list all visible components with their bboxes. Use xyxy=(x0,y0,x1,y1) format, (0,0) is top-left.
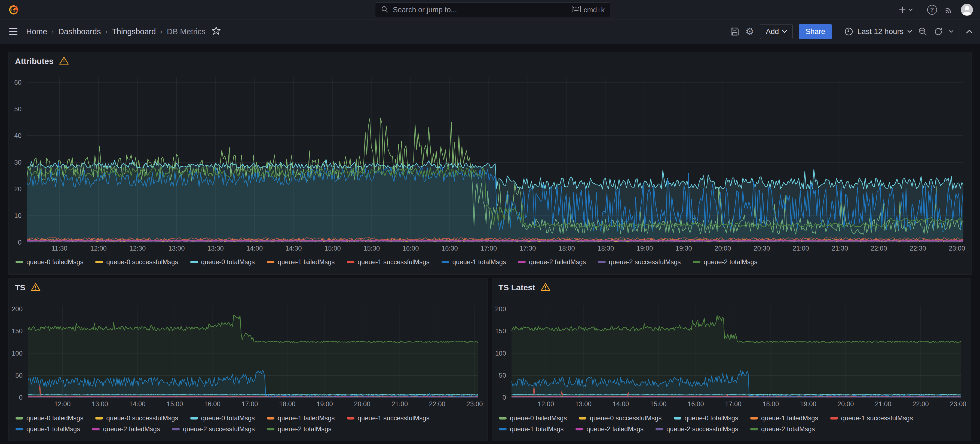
legend-item[interactable]: queue-2 successfulMsgs xyxy=(598,258,681,266)
x-tick-label: 22:00 xyxy=(865,244,892,252)
legend-item[interactable]: queue-2 successfulMsgs xyxy=(172,425,255,433)
y-tick-label: 0 xyxy=(18,239,22,246)
legend-item[interactable]: queue-2 failedMsgs xyxy=(576,425,643,433)
legend-swatch xyxy=(267,428,274,430)
avatar[interactable] xyxy=(961,4,973,16)
legend-swatch xyxy=(655,428,663,430)
warning-icon[interactable] xyxy=(59,56,69,66)
chart-plot[interactable] xyxy=(28,306,478,398)
breadcrumb-separator: › xyxy=(160,27,162,36)
legend-label: queue-0 failedMsgs xyxy=(26,258,83,266)
x-tick-label: 19:00 xyxy=(631,244,659,252)
new-button[interactable] xyxy=(899,6,913,14)
y-tick-label: 150 xyxy=(495,327,506,335)
legend-item[interactable]: queue-2 totalMsgs xyxy=(267,425,331,433)
x-tick-label: 22:30 xyxy=(904,244,932,252)
legend-swatch xyxy=(830,417,838,420)
x-tick-label: 15:00 xyxy=(644,400,672,408)
legend-swatch xyxy=(172,428,180,430)
legend-item[interactable]: queue-1 successfulMsgs xyxy=(830,414,913,422)
legend-item[interactable]: queue-1 successfulMsgs xyxy=(347,414,430,422)
help-icon[interactable]: ? xyxy=(927,5,937,15)
legend-swatch xyxy=(16,261,23,263)
legend-item[interactable]: queue-0 successfulMsgs xyxy=(579,414,662,422)
breadcrumb-thingsboard[interactable]: Thingsboard xyxy=(112,27,156,36)
x-tick-label: 19:00 xyxy=(311,400,338,408)
x-tick-label: 20:00 xyxy=(349,400,376,408)
time-range-picker[interactable]: Last 12 hours xyxy=(844,27,912,36)
legend-item[interactable]: queue-1 successfulMsgs xyxy=(347,258,430,266)
legend-item[interactable]: queue-0 failedMsgs xyxy=(16,258,83,266)
add-button[interactable]: Add xyxy=(760,24,793,39)
y-tick-label: 50 xyxy=(15,372,22,379)
legend-item[interactable]: queue-1 totalMsgs xyxy=(442,258,506,266)
warning-icon[interactable] xyxy=(31,283,41,292)
legend-item[interactable]: queue-0 failedMsgs xyxy=(499,414,567,422)
rss-icon[interactable] xyxy=(944,5,954,15)
chevron-down-icon xyxy=(782,30,787,33)
gear-icon[interactable]: ⚙ xyxy=(745,27,754,36)
legend-swatch xyxy=(750,428,758,430)
y-tick-label: 100 xyxy=(495,350,506,357)
legend-item[interactable]: queue-1 totalMsgs xyxy=(16,425,80,433)
collapse-toolbar-button[interactable] xyxy=(966,29,973,34)
refresh-interval-dropdown[interactable] xyxy=(949,30,954,33)
breadcrumb-home[interactable]: Home xyxy=(26,27,47,36)
legend-label: queue-2 totalMsgs xyxy=(761,425,815,433)
x-tick-label: 19:30 xyxy=(670,244,697,252)
legend-label: queue-1 totalMsgs xyxy=(510,425,563,433)
legend-swatch xyxy=(499,428,507,430)
legend-item[interactable]: queue-2 failedMsgs xyxy=(92,425,160,433)
legend-label: queue-1 successfulMsgs xyxy=(358,414,430,422)
legend-label: queue-2 successfulMsgs xyxy=(609,258,681,266)
panel-header[interactable]: TS Latest xyxy=(492,278,971,292)
panel-header[interactable]: Attributes xyxy=(8,52,972,66)
legend-item[interactable]: queue-0 failedMsgs xyxy=(16,414,83,422)
warning-icon[interactable] xyxy=(541,283,550,292)
zoom-out-icon[interactable] xyxy=(918,27,928,36)
legend-swatch xyxy=(750,417,758,420)
time-range-label: Last 12 hours xyxy=(857,27,904,36)
x-tick-label: 13:00 xyxy=(163,244,190,252)
grafana-logo[interactable] xyxy=(8,4,20,16)
legend-item[interactable]: queue-0 totalMsgs xyxy=(190,414,255,422)
legend-item[interactable]: queue-1 failedMsgs xyxy=(267,258,334,266)
breadcrumb-separator: › xyxy=(105,27,108,36)
search-input[interactable]: Search or jump to... cmd+k xyxy=(375,2,610,17)
legend-item[interactable]: queue-0 totalMsgs xyxy=(190,258,255,266)
star-icon[interactable] xyxy=(212,26,221,37)
legend-item[interactable]: queue-0 successfulMsgs xyxy=(95,414,178,422)
refresh-icon[interactable] xyxy=(934,27,943,36)
legend-item[interactable]: queue-1 failedMsgs xyxy=(750,414,818,422)
legend-item[interactable]: queue-2 successfulMsgs xyxy=(655,425,738,433)
legend-item[interactable]: queue-2 totalMsgs xyxy=(750,425,815,433)
share-label: Share xyxy=(805,27,825,36)
legend-item[interactable]: queue-0 totalMsgs xyxy=(674,414,738,422)
menu-icon[interactable] xyxy=(8,26,19,37)
add-label: Add xyxy=(766,27,779,36)
x-tick-label: 12:00 xyxy=(85,244,112,252)
x-tick-label: 14:00 xyxy=(241,244,268,252)
legend-item[interactable]: queue-2 totalMsgs xyxy=(693,258,757,266)
y-axis: 0102030405060 xyxy=(8,77,25,243)
legend-item[interactable]: queue-2 failedMsgs xyxy=(518,258,586,266)
chart-plot[interactable] xyxy=(512,306,961,398)
legend-item[interactable]: queue-0 successfulMsgs xyxy=(95,258,178,266)
legend-swatch xyxy=(674,417,681,420)
divider xyxy=(838,26,838,37)
chart-plot[interactable] xyxy=(27,77,963,243)
save-icon[interactable] xyxy=(730,27,739,36)
x-tick-label: 13:00 xyxy=(570,400,597,408)
panel-header[interactable]: TS xyxy=(8,278,488,292)
breadcrumb-dashboards[interactable]: Dashboards xyxy=(58,27,101,36)
y-tick-label: 0 xyxy=(19,394,22,401)
gear-glyph: ⚙ xyxy=(745,27,754,36)
y-tick-label: 50 xyxy=(499,372,506,379)
legend-item[interactable]: queue-1 totalMsgs xyxy=(499,425,563,433)
legend-item[interactable]: queue-1 failedMsgs xyxy=(267,414,334,422)
divider xyxy=(920,4,920,15)
share-button[interactable]: Share xyxy=(799,24,832,39)
x-tick-label: 18:30 xyxy=(592,244,619,252)
x-tick-label: 18:00 xyxy=(274,400,301,408)
x-tick-label: 21:00 xyxy=(386,400,413,408)
